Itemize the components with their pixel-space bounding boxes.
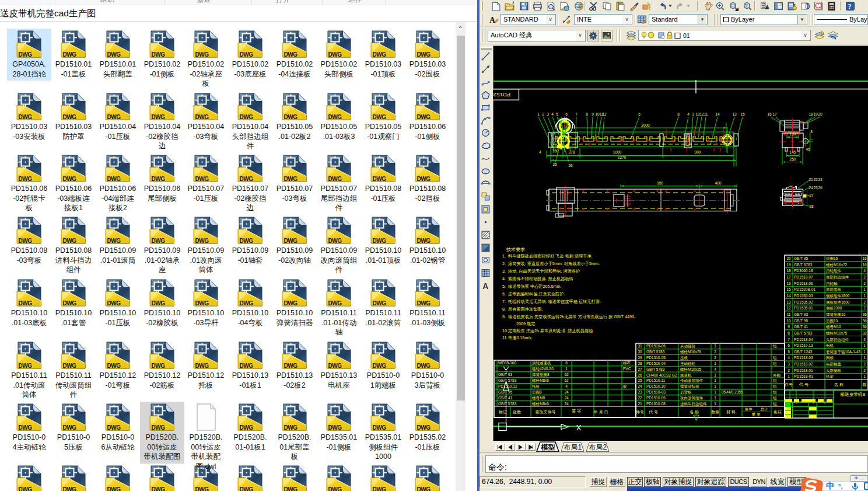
svg-text:尾部挡边组件: 尾部挡边组件 xyxy=(826,275,849,280)
svg-text:16: 16 xyxy=(767,112,772,116)
svg-text:螺母M8: 螺母M8 xyxy=(532,396,545,401)
svg-text:模型: 模型 xyxy=(541,443,555,451)
svg-text:13: 13 xyxy=(732,112,737,116)
svg-text:3: 3 xyxy=(788,362,790,366)
svg-text:总计: 总计 xyxy=(760,407,769,411)
svg-text:垫圈10: 垫圈10 xyxy=(826,319,838,323)
svg-text:8: 8 xyxy=(810,130,813,134)
svg-text:签 字: 签 字 xyxy=(572,409,581,413)
svg-text:1: 1 xyxy=(565,367,568,371)
svg-text:16: 16 xyxy=(786,281,791,285)
svg-text:紧固件不得松动脱落. 禁止机器动转.: 紧固件不得松动脱落. 禁止机器动转. xyxy=(508,276,575,281)
svg-text:年 月 日: 年 月 日 xyxy=(594,410,608,415)
svg-text:15: 15 xyxy=(786,287,791,291)
svg-text:45: 45 xyxy=(806,147,810,151)
svg-text:A: A xyxy=(765,5,768,11)
svg-text:弹簧垫圈8: 弹簧垫圈8 xyxy=(532,372,550,377)
svg-text:电机: 电机 xyxy=(826,343,834,347)
svg-text:1: 1 xyxy=(863,356,866,360)
svg-text:WD38-160: WD38-160 xyxy=(498,361,516,365)
svg-text:PD1535.03: PD1535.03 xyxy=(794,294,813,298)
svg-text:8: 8 xyxy=(677,112,680,116)
svg-text:螺栓M16x72: 螺栓M16x72 xyxy=(826,263,848,267)
svg-text:2000: 2000 xyxy=(641,123,650,127)
svg-text:压板: 压板 xyxy=(680,356,688,360)
svg-text:1: 1 xyxy=(863,350,866,354)
svg-text:头部侧板: 头部侧板 xyxy=(826,368,842,373)
svg-text:25: 25 xyxy=(813,186,818,190)
svg-text:减速机: 减速机 xyxy=(680,373,692,377)
svg-text:弹簧清扫器: 弹簧清扫器 xyxy=(680,384,699,389)
svg-text:10: 10 xyxy=(786,319,791,323)
svg-text:20: 20 xyxy=(818,112,822,116)
svg-text:25: 25 xyxy=(552,162,557,166)
svg-text:PD1518.06: PD1518.06 xyxy=(794,281,813,285)
svg-text:17: 17 xyxy=(786,275,791,279)
svg-text:PVC: PVC xyxy=(623,367,631,371)
svg-text:23: 23 xyxy=(638,390,642,394)
svg-text:数: 数 xyxy=(863,382,867,386)
svg-text:1: 1 xyxy=(714,384,716,388)
svg-text:9: 9 xyxy=(788,325,790,329)
svg-text:36: 36 xyxy=(862,312,867,316)
svg-text:4: 4 xyxy=(687,112,690,116)
svg-text:2: 2 xyxy=(788,368,790,372)
svg-text:11: 11 xyxy=(704,112,708,116)
svg-text:侧板1000: 侧板1000 xyxy=(826,306,842,311)
svg-text:1: 1 xyxy=(692,112,694,116)
svg-text:PD1535.02: PD1535.02 xyxy=(794,300,813,304)
svg-text:19: 19 xyxy=(813,112,818,116)
svg-text:3: 3 xyxy=(547,112,549,116)
svg-text:PD1518.03: PD1518.03 xyxy=(794,356,813,360)
svg-text:1000: 1000 xyxy=(613,150,622,154)
svg-text:组: 组 xyxy=(773,378,777,382)
svg-text:螺栓M10x75: 螺栓M10x75 xyxy=(826,331,848,336)
svg-text:后背板: 后背板 xyxy=(680,390,692,395)
svg-text:GB/T 41: GB/T 41 xyxy=(498,396,512,400)
svg-text:GB/T 41: GB/T 41 xyxy=(794,325,808,329)
svg-text:头部挡边组件: 头部挡边组件 xyxy=(826,337,849,342)
svg-text:托辊转动灵活无异响. 输送带连接平稳 运转无打滑.: 托辊转动灵活无异响. 输送带连接平稳 运转无打滑. xyxy=(508,299,601,304)
svg-text:PD1518.04: PD1518.04 xyxy=(794,337,813,342)
svg-text:PD1510-04: PD1510-04 xyxy=(646,361,666,365)
svg-text:5: 5 xyxy=(556,112,558,116)
svg-text:组: 组 xyxy=(773,344,777,348)
svg-text:名 称: 名 称 xyxy=(690,410,699,415)
svg-text:6: 6 xyxy=(565,112,568,116)
svg-text:19: 19 xyxy=(786,263,791,267)
svg-text:垫圈16: 垫圈16 xyxy=(826,256,838,261)
svg-text:套筒滚子链10A-1-43: 套筒滚子链10A-1-43 xyxy=(826,350,861,354)
svg-text:PD1518.07: PD1518.07 xyxy=(794,275,813,279)
svg-text:2: 2 xyxy=(863,368,866,372)
svg-text:378: 378 xyxy=(569,150,575,154)
svg-text:8: 8 xyxy=(586,112,588,116)
svg-text:标记: 标记 xyxy=(498,410,507,415)
svg-text:PD1518.02: PD1518.02 xyxy=(794,362,813,366)
svg-text:1: 1 xyxy=(714,378,716,382)
svg-text:2: 2 xyxy=(542,112,544,116)
svg-text:螺栓M16x76: 螺栓M16x76 xyxy=(680,350,702,354)
svg-text:GB/T 5783: GB/T 5783 xyxy=(646,367,665,371)
svg-text:GB/T 93: GB/T 93 xyxy=(794,312,808,316)
svg-text:皮带跑偏时纠偏,注意安全防护.: 皮带跑偏时纠偏,注意安全防护. xyxy=(508,291,565,297)
svg-text:所有紧固件加垫圈.: 所有紧固件加垫圈. xyxy=(508,307,543,312)
svg-text:5.: 5. xyxy=(502,284,506,289)
svg-text:转动. 自由灵活无卡滞和异响. 润滑养护: 转动. 自由灵活无卡滞和异响. 润滑养护 xyxy=(508,269,580,274)
svg-text:棉布: 棉布 xyxy=(623,361,631,365)
svg-text:31: 31 xyxy=(638,344,642,348)
svg-text:重 量: 重 量 xyxy=(752,412,761,416)
svg-text:PD1510.11: PD1510.11 xyxy=(646,378,665,382)
svg-text:1: 1 xyxy=(714,361,716,365)
svg-text:件号: 件号 xyxy=(636,410,644,415)
svg-text:头部翻盖: 头部翻盖 xyxy=(826,362,842,367)
svg-text:900: 900 xyxy=(695,150,701,154)
svg-text:30: 30 xyxy=(638,350,642,354)
svg-text:PD1510.09: PD1510.09 xyxy=(646,396,666,400)
svg-text:36: 36 xyxy=(862,325,867,329)
svg-text:20: 20 xyxy=(786,256,791,260)
svg-text:25: 25 xyxy=(638,378,642,382)
svg-text:21: 21 xyxy=(808,177,813,182)
svg-text:250: 250 xyxy=(790,157,796,161)
svg-text:24: 24 xyxy=(638,384,642,388)
svg-text:1: 1 xyxy=(788,374,790,378)
